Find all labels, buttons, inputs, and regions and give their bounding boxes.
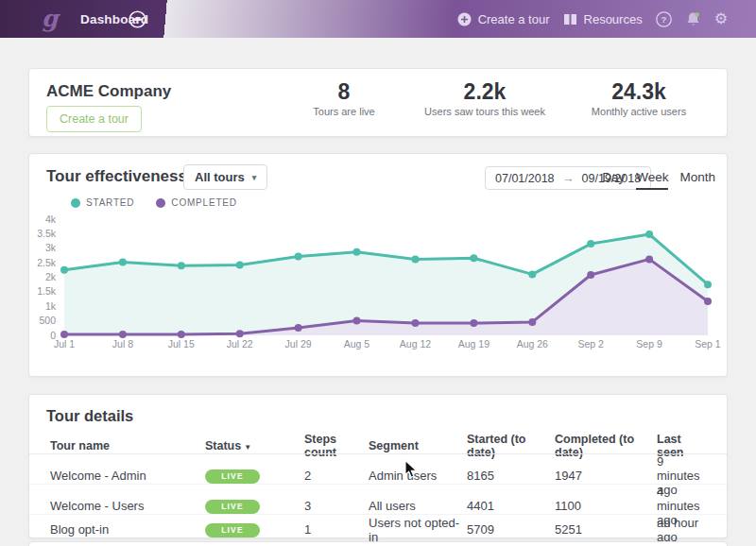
stat-users-saw-tours: 2.2k Users saw tours this week [424,79,545,117]
svg-text:Jul 8: Jul 8 [112,338,133,350]
book-icon [563,13,577,26]
svg-text:Sep 9: Sep 9 [636,338,662,350]
cell-status: LIVE [205,468,304,484]
cell-completed: 1100 [555,499,657,513]
cell-started: 8165 [467,469,555,483]
cell-steps-count: 1 [304,522,369,537]
cell-started: 4401 [467,499,555,513]
granularity-toggle: Day Week Month [602,170,715,190]
svg-text:Jul 15: Jul 15 [168,338,195,350]
stat-value: 2.2k [424,79,545,104]
granularity-day[interactable]: Day [602,170,625,190]
status-badge: LIVE [205,523,260,537]
legend-completed-label: COMPLETED [171,197,236,208]
svg-text:Aug 5: Aug 5 [344,338,370,350]
cell-tour-name: Blog opt-in [50,522,205,537]
col-segment[interactable]: Segment [369,439,467,452]
svg-text:1.5k: 1.5k [37,285,57,297]
cell-segment: Admin users [369,469,467,483]
stat-value: 8 [313,79,374,104]
status-badge: LIVE [205,500,260,514]
stat-monthly-active-users: 24.3k Monthly active users [592,79,686,117]
plus-circle-icon [457,12,472,26]
next-card-peek [28,541,728,546]
account-summary-card: ACME Company Create a tour 8 Tours are l… [28,68,728,137]
tour-details-card: Tour details Tour name Status▼ Steps cou… [28,394,728,538]
cell-completed: 1947 [555,469,657,483]
table-body: Welcome - AdminLIVE2Admin users816519479… [29,453,727,544]
nav-resources-button[interactable]: Resources [563,12,643,26]
svg-text:1k: 1k [45,300,57,312]
appcues-logo-icon[interactable]: g [42,5,62,33]
table-row[interactable]: Blog opt-inLIVE1Users not opted-in570952… [29,514,727,544]
tour-effectiveness-card: Tour effectiveness All tours ▾ 07/01/201… [28,153,728,377]
cell-last-seen: an hour ago [657,516,706,544]
company-name: ACME Company [46,82,171,101]
completed-dot-icon [156,198,165,208]
mouse-cursor [404,460,418,483]
svg-text:Aug 26: Aug 26 [517,338,548,350]
legend-started-label: STARTED [86,197,134,208]
svg-text:?: ? [661,14,666,25]
cell-segment: All users [369,499,467,513]
col-tour-name[interactable]: Tour name [50,439,205,452]
svg-text:Sep 2: Sep 2 [577,338,604,350]
stat-value: 24.3k [592,79,686,104]
svg-text:Aug 19: Aug 19 [458,338,490,350]
navbar-actions: Create a tour Resources ? [457,0,728,38]
svg-text:Jul 1: Jul 1 [54,338,75,350]
settings-gear-icon[interactable]: ⚙ [714,11,728,26]
svg-text:Jul 29: Jul 29 [285,338,312,350]
date-start-value: 07/01/2018 [495,172,555,185]
sort-caret-icon: ▼ [244,443,251,452]
svg-text:Sep 1: Sep 1 [695,338,721,350]
nav-create-tour-button[interactable]: Create a tour [457,12,550,26]
help-button[interactable]: ? [656,11,672,27]
tours-filter-dropdown[interactable]: All tours ▾ [183,164,267,190]
svg-text:4k: 4k [45,213,57,225]
granularity-week[interactable]: Week [636,170,668,190]
svg-text:3k: 3k [45,242,57,253]
saucer-icon[interactable] [129,10,146,32]
chart-legend: STARTED COMPLETED [71,197,237,208]
svg-text:Jul 22: Jul 22 [227,338,253,350]
tours-filter-value: All tours [195,170,245,184]
cell-steps-count: 2 [304,469,369,483]
started-dot-icon [71,198,80,208]
svg-text:Aug 12: Aug 12 [400,338,431,350]
arrow-right-icon: → [562,171,575,185]
stat-label: Monthly active users [592,106,686,117]
svg-text:2k: 2k [45,271,57,282]
table-header-row: Tour name Status▼ Steps count Segment St… [29,433,727,453]
top-navbar: g Dashboard Create a tour [0,0,756,38]
legend-completed: COMPLETED [156,197,236,208]
cell-steps-count: 3 [304,499,369,513]
cell-started: 5709 [467,522,555,537]
cell-tour-name: Welcome - Users [50,499,205,513]
stat-label: Tours are live [313,106,374,117]
table-row[interactable]: Welcome - AdminLIVE2Admin users816519479… [29,453,727,484]
stat-label: Users saw tours this week [424,106,545,117]
svg-text:2.5k: 2.5k [37,257,57,268]
nav-create-tour-label: Create a tour [478,12,550,26]
table-row[interactable]: Welcome - UsersLIVE3All users440111004 m… [29,484,727,514]
cell-status: LIVE [205,498,304,514]
table-card-title: Tour details [46,407,133,425]
granularity-month[interactable]: Month [679,170,715,190]
effectiveness-chart: 05001k1.5k2k2.5k3k3.5k4kJul 1Jul 8Jul 15… [29,213,729,352]
cell-completed: 5251 [555,522,657,537]
chevron-down-icon: ▾ [252,173,257,182]
create-tour-button[interactable]: Create a tour [46,106,142,132]
chart-card-title: Tour effectiveness [46,167,187,186]
notifications-bell-icon[interactable] [685,11,701,27]
dashboard-page: g Dashboard Create a tour [0,0,756,546]
cell-tour-name: Welcome - Admin [50,469,205,483]
cell-segment: Users not opted-in [369,516,467,544]
nav-resources-label: Resources [584,12,643,26]
svg-text:3.5k: 3.5k [37,228,57,239]
stat-tours-live: 8 Tours are live [313,79,374,117]
cell-status: LIVE [205,521,304,537]
svg-text:500: 500 [39,315,56,326]
col-status[interactable]: Status▼ [205,439,304,452]
legend-started: STARTED [71,197,134,208]
